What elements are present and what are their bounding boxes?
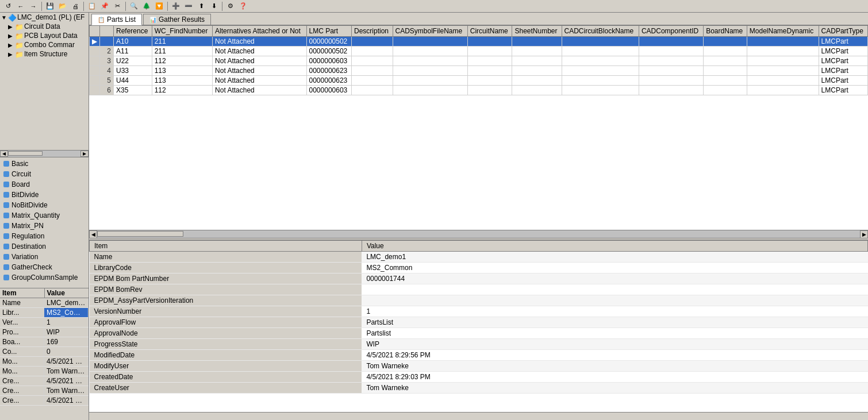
details-cell-item: LibraryCode xyxy=(90,263,362,273)
hscroll-track[interactable] xyxy=(97,230,860,238)
up-button[interactable]: ⬆ xyxy=(195,1,207,11)
props-cell-mo2-key: Mo... xyxy=(0,367,44,376)
view-button[interactable]: 🔍 xyxy=(128,1,140,11)
filter-item-destination[interactable]: Destination xyxy=(0,241,89,252)
properties-button[interactable]: ⚙ xyxy=(225,1,236,11)
tree-item-combo-label: Combo Commar xyxy=(24,41,75,49)
filter-label-gathercheck: GatherCheck xyxy=(11,263,52,271)
props-cell-name-key: Name xyxy=(0,298,44,307)
help-button[interactable]: ❓ xyxy=(237,1,249,11)
table-row[interactable]: ▶A10211Not Attached0000000502LMCPart xyxy=(90,37,868,47)
filter-item-circuit[interactable]: Circuit xyxy=(0,169,89,179)
filter-item-regulation[interactable]: Regulation xyxy=(0,231,89,241)
props-row-ver: Ver... 1 xyxy=(0,318,89,327)
col-board[interactable]: BoardName xyxy=(704,26,747,37)
tree-hscroll: ◀ ▶ xyxy=(0,151,89,157)
refresh-button[interactable]: ↺ xyxy=(2,1,14,11)
save-button[interactable]: 💾 xyxy=(44,1,56,11)
col-wc-find[interactable]: WC_FindNumber xyxy=(152,26,212,37)
props-row-co: Co... 0 xyxy=(0,347,89,357)
tree-item-combo[interactable]: ▶ 📁 Combo Commar xyxy=(0,40,89,49)
details-scroll[interactable]: Item Value NameLMC_demo1LibraryCodeMS2_C… xyxy=(89,240,868,412)
tree-arrow-2: ▶ xyxy=(8,33,15,39)
filter-item-bitdivide[interactable]: BitDivide xyxy=(0,190,89,200)
props-header-value: Value xyxy=(45,288,89,298)
details-header-row: Item Value xyxy=(90,241,868,252)
props-cell-cre2-val: Tom Warneke xyxy=(44,386,89,395)
back-button[interactable]: ← xyxy=(15,1,26,11)
table-row[interactable]: 5U44113Not Attached0000000623LMCPart xyxy=(90,76,868,86)
hscroll-right-arrow[interactable]: ▶ xyxy=(860,230,868,238)
table-row[interactable]: 4U33113Not Attached0000000623LMCPart xyxy=(90,66,868,76)
filter-label-regulation: Regulation xyxy=(11,232,44,240)
table-scroll-wrapper[interactable]: Reference WC_FindNumber Alternatives Att… xyxy=(89,25,868,230)
filter-item-basic[interactable]: Basic xyxy=(0,159,89,169)
props-row-mo: Mo... 4/5/2021 8:29:5 xyxy=(0,357,89,367)
col-alternatives[interactable]: Alternatives Attached or Not xyxy=(213,26,306,37)
hscroll-left-arrow[interactable]: ◀ xyxy=(89,230,97,238)
details-cell-value: PartsList xyxy=(362,317,867,328)
hscroll-thumb xyxy=(97,231,183,237)
tree-item-root[interactable]: ▼ 🔷 LMC_demo1 (PL) (EF xyxy=(0,13,89,22)
table-row[interactable]: 2A11211Not Attached0000000502LMCPart xyxy=(90,47,868,56)
col-cadparttype[interactable]: CADPartType xyxy=(819,26,867,37)
col-cadsym[interactable]: CADSymbolFileName xyxy=(393,26,467,37)
sidebar: ▼ 🔷 LMC_demo1 (PL) (EF ▶ 📁 Circuit Data … xyxy=(0,13,89,420)
col-lmc-part[interactable]: LMC Part xyxy=(306,26,351,37)
filter-item-variation[interactable]: Variation xyxy=(0,252,89,262)
down-button[interactable]: ⬇ xyxy=(208,1,220,11)
col-circuit[interactable]: CircuitName xyxy=(467,26,512,37)
details-cell-value: LMC_demo1 xyxy=(362,252,867,263)
props-cell-mo-key: Mo... xyxy=(0,357,44,366)
details-row: EPDM Bom PartNumber0000001744 xyxy=(90,273,868,284)
tree-item-root-label: LMC_demo1 (PL) (EF xyxy=(17,13,85,21)
details-cell-item: EPDM_AssyPartVersionIteration xyxy=(90,295,362,306)
tree-button[interactable]: 🌲 xyxy=(141,1,152,11)
filter-label-groupcolumn: GroupColumnSample xyxy=(11,273,78,282)
toolbar: ↺ ← → 💾 📂 🖨 📋 📌 ✂ 🔍 🌲 🔽 ➕ ➖ ⬆ ⬇ ⚙ ❓ xyxy=(0,0,868,13)
filter-dot-bitdivide xyxy=(3,192,9,198)
open-button[interactable]: 📂 xyxy=(57,1,68,11)
forward-button[interactable]: → xyxy=(28,1,39,11)
filter-item-gathercheck[interactable]: GatherCheck xyxy=(0,262,89,272)
col-description[interactable]: Description xyxy=(352,26,393,37)
details-row: VersionNumber1 xyxy=(90,306,868,317)
tree-scroll-left[interactable]: ◀ xyxy=(0,151,8,157)
tree-arrow-3: ▶ xyxy=(8,42,15,48)
col-sheet[interactable]: SheetNumber xyxy=(512,26,562,37)
tree-item-circuit-data[interactable]: ▶ 📁 Circuit Data xyxy=(0,22,89,31)
remove-button[interactable]: ➖ xyxy=(183,1,194,11)
filter-item-groupcolumn[interactable]: GroupColumnSample xyxy=(0,272,89,283)
tree-item-pcb[interactable]: ▶ 📁 PCB Layout Data xyxy=(0,31,89,40)
filter-item-matrix-pn[interactable]: Matrix_PN xyxy=(0,221,89,231)
copy-button[interactable]: 📋 xyxy=(86,1,98,11)
table-row[interactable]: 3U22112Not Attached0000000603LMCPart xyxy=(90,56,868,66)
tab-gather-results[interactable]: 📊 Gather Results xyxy=(143,14,211,25)
table-row[interactable]: 6X35112Not Attached0000000603LMCPart xyxy=(90,86,868,95)
details-bottom-scrollbar[interactable] xyxy=(89,412,868,420)
col-cadblock[interactable]: CADCircuitBlockName xyxy=(562,26,639,37)
filter-item-nobitdivide[interactable]: NoBitDivide xyxy=(0,200,89,210)
filter-item-matrix-qty[interactable]: Matrix_Quantity xyxy=(0,210,89,221)
details-row: CreateUserTom Warneke xyxy=(90,383,868,394)
tree-arrow-root: ▼ xyxy=(1,14,8,21)
tree-scroll-track[interactable] xyxy=(8,151,80,157)
filter-button[interactable]: 🔽 xyxy=(153,1,165,11)
props-row-cre: Cre... 4/5/2021 8:29:0 xyxy=(0,376,89,386)
details-row: NameLMC_demo1 xyxy=(90,252,868,263)
tree-area: ▼ 🔷 LMC_demo1 (PL) (EF ▶ 📁 Circuit Data … xyxy=(0,13,89,151)
cut-button[interactable]: ✂ xyxy=(112,1,123,11)
filter-item-board[interactable]: Board xyxy=(0,179,89,190)
tree-item-item-structure[interactable]: ▶ 📁 Item Structure xyxy=(0,49,89,59)
col-reference[interactable]: Reference xyxy=(114,26,152,37)
add-button[interactable]: ➕ xyxy=(170,1,182,11)
print-button[interactable]: 🖨 xyxy=(70,1,81,11)
props-cell-boa-val: 169 xyxy=(44,337,89,346)
tree-arrow-4: ▶ xyxy=(8,51,15,57)
tree-scroll-right[interactable]: ▶ xyxy=(80,151,89,157)
col-cadcomp[interactable]: CADComponentID xyxy=(639,26,703,37)
tab-parts-list[interactable]: 📋 Parts List xyxy=(91,14,142,25)
col-model[interactable]: ModelNameDynamic xyxy=(747,26,819,37)
props-header: Item Value xyxy=(0,288,89,298)
paste-button[interactable]: 📌 xyxy=(99,1,110,11)
